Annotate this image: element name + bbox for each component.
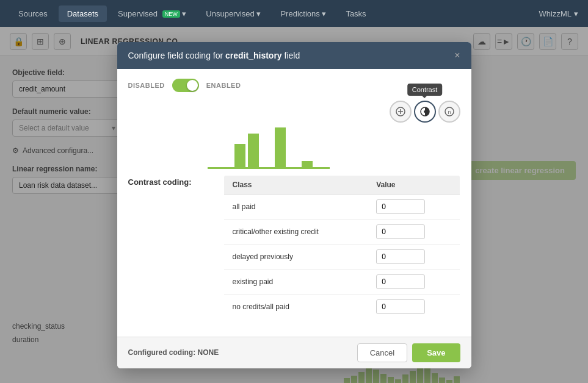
chart-bar-7 [302, 161, 313, 167]
normalize-coding-button[interactable]: n [438, 101, 460, 123]
nav-datasets[interactable]: Datasets [59, 5, 107, 22]
save-button[interactable]: Save [412, 343, 460, 362]
coding-section: Contrast coding: Class Value all paid [128, 175, 460, 320]
modal-body: DISABLED ENABLED [117, 69, 471, 337]
modal-header: Configure field coding for credit_histor… [117, 42, 471, 69]
chart-bar-3 [248, 134, 259, 167]
table-row: existing paid [223, 269, 460, 294]
contrast-icon [419, 106, 430, 117]
footer-buttons: Cancel Save [357, 343, 460, 362]
class-cell: existing paid [223, 269, 368, 294]
value-cell [368, 194, 460, 219]
nav-sources[interactable]: Sources [10, 5, 56, 22]
modal-overlay: Configure field coding for credit_histor… [0, 27, 588, 383]
nav-tasks[interactable]: Tasks [337, 5, 374, 22]
dummy-icon [395, 106, 406, 117]
value-cell [368, 269, 460, 294]
table-row: delayed previously [223, 244, 460, 269]
value-cell [368, 219, 460, 244]
class-cell: delayed previously [223, 244, 368, 269]
nav-predictions[interactable]: Predictions ▾ [272, 5, 335, 22]
col-value: Value [368, 175, 460, 194]
dummy-coding-button[interactable] [390, 101, 412, 123]
page-content: 🔒 ⊞ ⊕ LINEAR REGRESSION CO... ☁ =► 🕐 📄 ?… [0, 27, 588, 383]
chart-bar-2 [234, 144, 245, 167]
modal-dialog: Configure field coding for credit_histor… [117, 42, 471, 368]
toggle-knob [187, 80, 198, 91]
supervised-badge: NEW [162, 10, 180, 18]
modal-chart [208, 127, 460, 167]
value-input-2[interactable] [376, 249, 425, 264]
nav-whizzml[interactable]: WhizzML ▾ [539, 9, 578, 18]
chart-bar-5 [275, 127, 286, 167]
disabled-label: DISABLED [128, 82, 165, 89]
class-cell: all paid [223, 194, 368, 219]
table-row: all paid [223, 194, 460, 219]
table-row: no credits/all paid [223, 294, 460, 319]
value-input-4[interactable] [376, 299, 425, 314]
configured-value: NONE [198, 348, 219, 357]
configured-coding-label: Configured coding: NONE [128, 348, 219, 357]
value-cell [368, 244, 460, 269]
top-nav: Sources Datasets Supervised NEW ▾ Unsupe… [0, 0, 588, 27]
value-input-3[interactable] [376, 274, 425, 289]
svg-text:n: n [448, 109, 451, 115]
modal-title: Configure field coding for credit_histor… [128, 51, 300, 60]
chart-baseline [208, 167, 330, 169]
class-cell: critical/other existing credit [223, 219, 368, 244]
table-row: critical/other existing credit [223, 219, 460, 244]
contrast-coding-button[interactable]: Contrast [414, 101, 436, 123]
col-class: Class [223, 175, 368, 194]
value-input-1[interactable] [376, 224, 425, 239]
nav-unsupervised[interactable]: Unsupervised ▾ [197, 5, 269, 22]
normalize-icon: n [444, 106, 455, 117]
coding-section-title: Contrast coding: [128, 175, 214, 187]
value-input-0[interactable] [376, 199, 425, 214]
modal-close-button[interactable]: × [454, 51, 460, 60]
svg-point-4 [424, 110, 426, 113]
coding-table: Class Value all paid critical/other exis… [223, 175, 460, 320]
toggle-row: DISABLED ENABLED [128, 79, 460, 92]
modal-footer: Configured coding: NONE Cancel Save [117, 337, 471, 368]
value-cell [368, 294, 460, 319]
toggle-switch[interactable] [172, 79, 199, 92]
nav-supervised[interactable]: Supervised NEW ▾ [109, 5, 195, 22]
enabled-label: ENABLED [206, 82, 241, 89]
class-cell: no credits/all paid [223, 294, 368, 319]
cancel-button[interactable]: Cancel [357, 343, 407, 362]
